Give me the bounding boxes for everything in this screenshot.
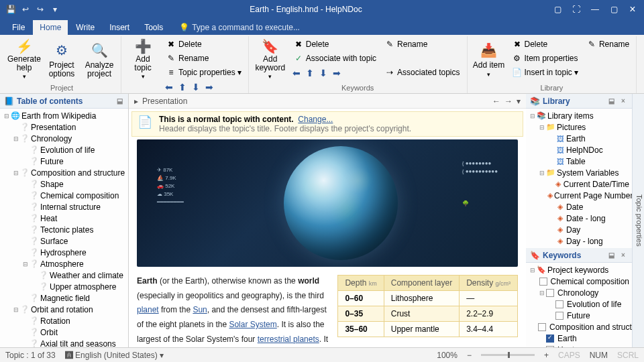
checkbox[interactable] [539,278,547,286]
maximize-icon[interactable]: ▢ [605,2,623,17]
topic-properties-tab[interactable]: Topic properties [632,94,644,347]
topic-properties-button[interactable]: ≡Topic properties ▾ [163,66,244,79]
tree-item[interactable]: ❔Chemical composition [0,190,128,201]
tab-tools[interactable]: Tools [138,20,170,35]
assoc-topic-button[interactable]: ✓Associate with topic [290,52,379,65]
tree-item[interactable]: ◈Current Date/Time [526,178,632,190]
tree-item[interactable]: ❔Surface [0,235,128,247]
tree-item[interactable]: ◈Day - long [526,235,632,247]
keyword-item[interactable]: Evolution of life [526,298,632,310]
tab-write[interactable]: Write [69,20,101,35]
panel-pin-icon[interactable]: ⬓ [115,97,124,106]
delete-lib-button[interactable]: ✖Delete [509,38,581,51]
import-files-button[interactable]: ⬇Import files [641,38,644,82]
tree-item[interactable]: ❔Internal structure [0,201,128,213]
insert-in-topic-button[interactable]: 📄Insert in topic ▾ [509,66,581,79]
fullscreen-icon[interactable]: ⛶ [568,2,585,17]
zoom-slider[interactable] [481,354,535,356]
lib-properties-button[interactable]: ⚙Item properties [509,52,581,65]
tree-item[interactable]: ◈Day [526,224,632,235]
tree-item[interactable]: ◈Date [526,201,632,213]
add-library-item-button[interactable]: 📥Add item▾ [472,38,506,82]
keyword-item[interactable]: Composition and structure [526,321,632,333]
toc-tree[interactable]: ⊟🌐Earth from Wikipedia❔Presentation⊟❔Chr… [0,109,128,347]
tree-item[interactable]: ⊟❔Chronology [0,133,128,144]
checkbox[interactable] [538,323,546,331]
delete-topic-button[interactable]: ✖Delete [163,38,244,51]
keyword-item[interactable]: ⊟Chronology [526,287,632,298]
checkbox[interactable] [555,312,564,320]
lib-close-icon[interactable]: × [619,97,628,106]
keyword-item[interactable]: Future [526,310,632,321]
minimize-icon[interactable]: — [586,2,604,17]
keyword-item[interactable]: Chemical composition [526,276,632,287]
kw-right-icon[interactable]: ➡ [331,67,343,79]
tree-item[interactable]: ❔Orbit [0,326,128,338]
keyword-item[interactable]: ⊟🔖Project keywords [526,264,632,276]
lib-pin-icon[interactable]: ⬓ [606,97,616,106]
tree-item[interactable]: 🖼Earth [526,133,632,144]
tree-item[interactable]: ❔Magnetic field [0,292,128,304]
rename-topic-button[interactable]: ✎Rename [163,52,244,65]
tree-item[interactable]: ❔Presentation [0,121,128,133]
help-icon[interactable]: ▢ [549,2,566,17]
tree-item[interactable]: ⊟📁System Variables [526,167,632,178]
tree-item[interactable]: ◈Current Page Number [526,190,632,201]
move-left-icon[interactable]: ⬅ [163,81,175,93]
zoom-value[interactable]: 100% [437,351,458,360]
tree-item[interactable]: ❔Rotation [0,315,128,326]
library-tree[interactable]: ⊟📚Library items⊟📁Pictures🖼Earth🖼HelpNDoc… [526,109,632,248]
qat-more-icon[interactable]: ▾ [50,4,60,15]
tree-item[interactable]: ❔Tectonic plates [0,224,128,235]
nav-menu-icon[interactable]: ▾ [517,97,521,106]
project-options-button[interactable]: ⚙Project options [44,38,79,82]
add-keyword-button[interactable]: 🔖Add keyword▾ [253,38,288,82]
tell-me-input[interactable]: 💡Type a command to execute... [175,20,304,35]
tab-insert[interactable]: Insert [103,20,136,35]
generate-help-button[interactable]: ⚡Generate help▾ [7,38,42,82]
kw-down-icon[interactable]: ⬇ [317,67,329,79]
kw-close-icon[interactable]: × [619,251,628,260]
tree-item[interactable]: ❔Shape [0,178,128,190]
nav-back-icon[interactable]: ← [492,97,500,106]
kw-pin-icon[interactable]: ⬓ [606,251,616,260]
kw-up-icon[interactable]: ⬆ [304,67,316,79]
tree-item[interactable]: ❔Evolution of life [0,144,128,156]
close-icon[interactable]: × [624,2,641,17]
checkbox[interactable] [546,335,554,343]
nav-fwd-icon[interactable]: → [504,97,513,106]
tree-item[interactable]: ◈Date - long [526,213,632,224]
zoom-out-icon[interactable]: − [467,351,472,360]
tree-item[interactable]: ❔Heat [0,213,128,224]
tab-home[interactable]: Home [33,20,68,35]
rename-lib-button[interactable]: ✎Rename [584,38,632,51]
tree-item[interactable]: ⊟🌐Earth from Wikipedia [0,110,128,121]
rename-keyword-button[interactable]: ✎Rename [382,38,462,51]
status-language[interactable]: 🅰 English (United States) ▾ [65,351,164,360]
analyze-project-button[interactable]: 🔍Analyze project [82,38,117,82]
breadcrumb[interactable]: Presentation [142,97,187,106]
kw-left-icon[interactable]: ⬅ [290,67,303,79]
move-up-icon[interactable]: ⬆ [176,81,189,93]
delete-keyword-button[interactable]: ✖Delete [290,38,379,51]
checkbox[interactable] [555,300,564,308]
tab-file[interactable]: File [5,20,32,35]
tree-item[interactable]: ❔Upper atmosphere [0,281,128,292]
tree-item[interactable]: 🖼Table [526,156,632,167]
add-topic-button[interactable]: ➕Add topic▾ [125,38,160,82]
tree-item[interactable]: ⊟❔Composition and structure [0,167,128,178]
tree-item[interactable]: ⊟📁Pictures [526,121,632,133]
undo-icon[interactable]: ↩ [20,4,31,15]
redo-icon[interactable]: ↪ [35,4,46,15]
tree-item[interactable]: 🖼HelpNDoc [526,144,632,156]
tree-item[interactable]: ❔Hydrosphere [0,247,128,258]
tree-item[interactable]: ⊟❔Orbit and rotation [0,304,128,315]
breadcrumb-arrow-icon[interactable]: ▸ [134,97,138,106]
move-right-icon[interactable]: ➡ [203,81,215,93]
keyword-item[interactable]: Earth [526,333,632,344]
checkbox[interactable] [546,289,554,297]
document-editor[interactable]: ✈ 87K⛵ 7.9K🚗 52K☁ 35K━━━━━━━━ { ●●●●●●●●… [129,139,526,347]
assoc-topics-button[interactable]: ⇢Associated topics [382,66,462,79]
move-down-icon[interactable]: ⬇ [190,81,202,93]
save-icon[interactable]: 💾 [5,4,16,15]
